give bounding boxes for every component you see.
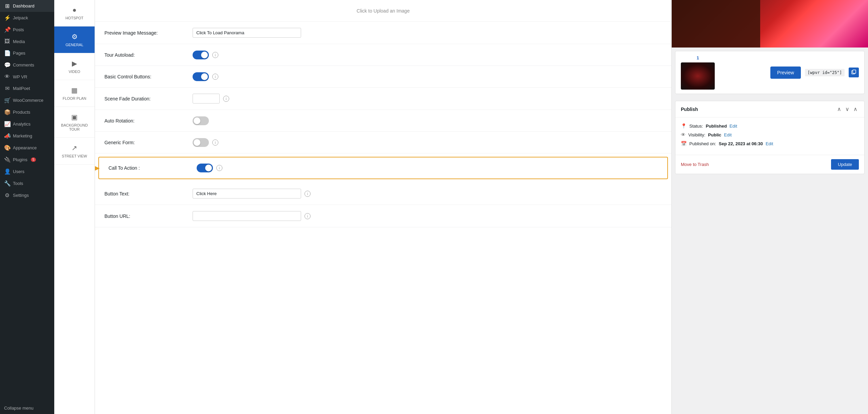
center-panel: Click to Upload an Image Preview Image M… [95,0,671,414]
sidebar-label-plugins: Plugins [13,157,27,162]
sidebar-item-dashboard[interactable]: ⊞ Dashboard [0,0,54,12]
scene-fade-info-icon[interactable]: i [223,96,229,102]
shortcode-display: [wpvr id="25"] [805,69,845,76]
sidebar-label-dashboard: Dashboard [13,3,35,8]
background-tour-icon: ▣ [71,113,78,121]
button-text-control: i [193,189,662,199]
generic-form-control: i [193,138,662,147]
collapse-menu-label: Collapse menu [4,406,34,411]
sidebar-label-wp-vr: WP VR [13,74,27,79]
sidebar-label-media: Media [13,39,25,44]
button-text-input[interactable] [193,189,301,199]
sidebar-item-jetpack[interactable]: ⚡ Jetpack [0,12,54,24]
sub-sidebar-street-view-label: STREET VIEW [62,154,87,158]
sidebar-item-marketing[interactable]: 📣 Marketing [0,130,54,142]
button-text-label: Button Text: [104,191,193,196]
sidebar-item-pages[interactable]: 📄 Pages [0,47,54,59]
status-icon: 📍 [681,123,687,129]
tour-autoload-label: Tour Autoload: [104,52,193,58]
sidebar-item-mailpoet[interactable]: ✉ MailPoet [0,82,54,94]
scene-fade-control: i [193,94,662,104]
sidebar-item-appearance[interactable]: 🎨 Appearance [0,142,54,154]
sidebar-item-posts[interactable]: 📌 Posts [0,24,54,36]
scene-fade-input[interactable] [193,94,220,104]
analytics-icon: 📈 [4,121,10,127]
hotspot-icon: ● [72,6,76,14]
sidebar-item-comments[interactable]: 💬 Comments [0,59,54,71]
plugins-icon: 🔌 [4,156,10,163]
publish-collapse-down-button[interactable]: ∨ [844,105,851,113]
street-view-icon: ↗ [72,144,77,152]
scene-fade-label: Scene Fade Duration: [104,96,193,101]
generic-form-toggle[interactable] [193,138,209,147]
sidebar-item-tools[interactable]: 🔧 Tools [0,177,54,189]
cta-row: Call To Action : i [98,157,668,179]
sidebar-item-settings[interactable]: ⚙ Settings [0,189,54,201]
tour-autoload-toggle[interactable] [193,51,209,59]
generic-form-info-icon[interactable]: i [212,139,218,146]
published-date: Sep 22, 2023 at 06:30 [719,141,763,146]
comments-icon: 💬 [4,62,10,68]
posts-icon: 📌 [4,26,10,33]
tour-autoload-row: Tour Autoload: i [95,44,671,66]
status-edit-link[interactable]: Edit [730,124,737,129]
sidebar-item-analytics[interactable]: 📈 Analytics [0,118,54,130]
publish-footer: Move to Trash Update [675,155,864,174]
visibility-edit-link[interactable]: Edit [724,132,731,137]
sub-sidebar-general[interactable]: ⚙ GENERAL [54,26,95,53]
auto-rotation-label: Auto Rotation: [104,118,193,124]
basic-control-toggle[interactable] [193,72,209,81]
sidebar-item-users[interactable]: 👤 Users [0,166,54,177]
cta-toggle[interactable] [197,164,213,172]
wp-vr-icon: 👁 [4,74,10,80]
sub-sidebar-video[interactable]: ▶ VIDEO [54,53,95,80]
sub-sidebar-street-view[interactable]: ↗ STREET VIEW [54,138,95,165]
tour-autoload-control: i [193,51,662,59]
cta-control: i [197,164,658,172]
media-icon: 🖼 [4,38,10,44]
publish-header: Publish ∧ ∨ ∧ [675,101,864,117]
publish-title: Publish [681,107,698,112]
users-icon: 👤 [4,168,10,175]
settings-icon: ⚙ [4,192,10,199]
cta-label: Call To Action : [108,165,197,171]
auto-rotation-toggle[interactable] [193,116,209,125]
publish-close-button[interactable]: ∧ [852,105,859,113]
basic-control-control: i [193,72,662,81]
sidebar-item-plugins[interactable]: 🔌 Plugins 5 [0,154,54,166]
sub-sidebar-background-tour[interactable]: ▣ BACKGROUND TOUR [54,107,95,138]
sub-sidebar-hotspot[interactable]: ● HOTSPOT [54,0,95,26]
tour-autoload-info-icon[interactable]: i [212,52,218,58]
plugins-badge: 5 [31,157,36,162]
sidebar-item-products[interactable]: 📦 Products [0,106,54,118]
button-url-info-icon[interactable]: i [304,213,311,219]
basic-control-info-icon[interactable]: i [212,74,218,80]
sidebar-label-marketing: Marketing [13,133,32,138]
sidebar-item-wp-vr[interactable]: 👁 WP VR [0,71,54,82]
update-button[interactable]: Update [831,159,859,170]
button-url-input[interactable] [193,211,301,221]
cta-info-icon[interactable]: i [216,165,222,171]
preview-button[interactable]: Preview [770,67,801,79]
preview-image-message-input[interactable] [193,28,301,38]
sidebar-item-woocommerce[interactable]: 🛒 WooCommerce [0,94,54,106]
sub-sidebar-background-tour-label: BACKGROUND TOUR [58,123,91,131]
calendar-icon: 📅 [681,141,687,146]
publish-collapse-up-button[interactable]: ∧ [836,105,843,113]
sub-sidebar-floor-plan[interactable]: ▦ FLOOR PLAN [54,80,95,107]
general-icon: ⚙ [72,33,78,41]
upload-image-row: Click to Upload an Image [95,0,671,22]
button-text-row: Button Text: i [95,183,671,205]
publish-controls: ∧ ∨ ∧ [836,105,859,113]
collapse-menu-button[interactable]: Collapse menu [0,402,54,414]
svg-rect-1 [853,70,856,73]
published-edit-link[interactable]: Edit [766,141,773,146]
thumbnail-section: 1 [681,55,715,90]
button-url-label: Button URL: [104,213,193,219]
copy-shortcode-button[interactable] [849,68,859,77]
sidebar-item-media[interactable]: 🖼 Media [0,36,54,47]
button-text-info-icon[interactable]: i [304,191,311,197]
dashboard-icon: ⊞ [4,3,10,9]
move-to-trash-link[interactable]: Move to Trash [681,162,709,167]
sub-sidebar-video-label: VIDEO [68,70,80,74]
